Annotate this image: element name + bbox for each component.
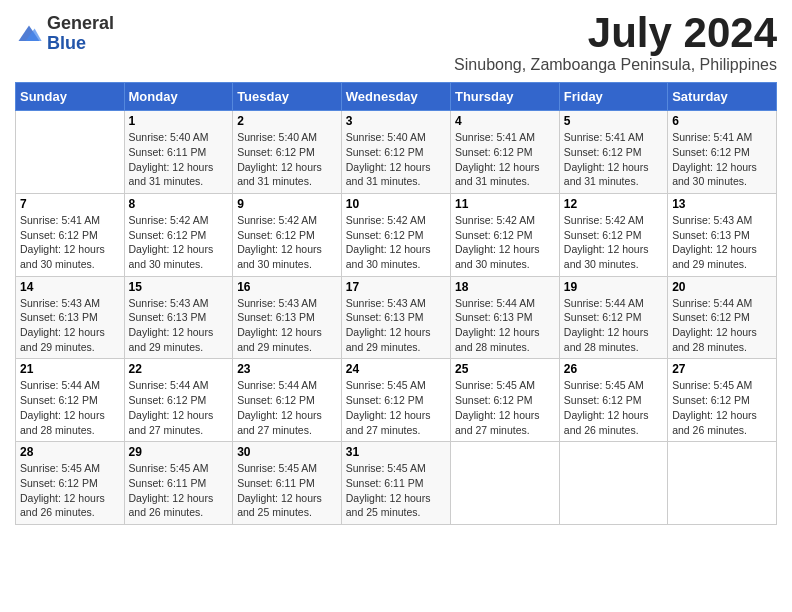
day-info: Sunrise: 5:45 AMSunset: 6:12 PMDaylight:… <box>20 461 120 520</box>
logo-general-text: General <box>47 14 114 34</box>
day-info: Sunrise: 5:40 AMSunset: 6:12 PMDaylight:… <box>237 130 337 189</box>
day-number: 15 <box>129 280 229 294</box>
day-info: Sunrise: 5:41 AMSunset: 6:12 PMDaylight:… <box>564 130 663 189</box>
day-info: Sunrise: 5:45 AMSunset: 6:12 PMDaylight:… <box>564 378 663 437</box>
day-info: Sunrise: 5:43 AMSunset: 6:13 PMDaylight:… <box>129 296 229 355</box>
logo: General Blue <box>15 14 114 54</box>
calendar-cell: 8Sunrise: 5:42 AMSunset: 6:12 PMDaylight… <box>124 193 233 276</box>
calendar-cell: 9Sunrise: 5:42 AMSunset: 6:12 PMDaylight… <box>233 193 342 276</box>
calendar-cell: 26Sunrise: 5:45 AMSunset: 6:12 PMDayligh… <box>559 359 667 442</box>
day-info: Sunrise: 5:44 AMSunset: 6:12 PMDaylight:… <box>20 378 120 437</box>
calendar-cell <box>450 442 559 525</box>
day-info: Sunrise: 5:42 AMSunset: 6:12 PMDaylight:… <box>129 213 229 272</box>
day-info: Sunrise: 5:44 AMSunset: 6:12 PMDaylight:… <box>672 296 772 355</box>
header-day-monday: Monday <box>124 83 233 111</box>
day-info: Sunrise: 5:42 AMSunset: 6:12 PMDaylight:… <box>455 213 555 272</box>
day-info: Sunrise: 5:43 AMSunset: 6:13 PMDaylight:… <box>20 296 120 355</box>
day-number: 29 <box>129 445 229 459</box>
day-info: Sunrise: 5:40 AMSunset: 6:11 PMDaylight:… <box>129 130 229 189</box>
calendar-cell: 10Sunrise: 5:42 AMSunset: 6:12 PMDayligh… <box>341 193 450 276</box>
logo-blue-text: Blue <box>47 34 114 54</box>
calendar-cell: 1Sunrise: 5:40 AMSunset: 6:11 PMDaylight… <box>124 111 233 194</box>
calendar-cell: 7Sunrise: 5:41 AMSunset: 6:12 PMDaylight… <box>16 193 125 276</box>
day-number: 13 <box>672 197 772 211</box>
day-info: Sunrise: 5:44 AMSunset: 6:12 PMDaylight:… <box>564 296 663 355</box>
calendar-cell: 2Sunrise: 5:40 AMSunset: 6:12 PMDaylight… <box>233 111 342 194</box>
header-day-sunday: Sunday <box>16 83 125 111</box>
calendar-cell: 5Sunrise: 5:41 AMSunset: 6:12 PMDaylight… <box>559 111 667 194</box>
header-day-wednesday: Wednesday <box>341 83 450 111</box>
day-number: 17 <box>346 280 446 294</box>
day-number: 14 <box>20 280 120 294</box>
day-number: 23 <box>237 362 337 376</box>
day-number: 16 <box>237 280 337 294</box>
calendar-week-row: 7Sunrise: 5:41 AMSunset: 6:12 PMDaylight… <box>16 193 777 276</box>
month-title: July 2024 <box>454 10 777 56</box>
day-number: 18 <box>455 280 555 294</box>
day-number: 24 <box>346 362 446 376</box>
day-number: 27 <box>672 362 772 376</box>
day-info: Sunrise: 5:45 AMSunset: 6:12 PMDaylight:… <box>346 378 446 437</box>
day-number: 4 <box>455 114 555 128</box>
location-title: Sinubong, Zamboanga Peninsula, Philippin… <box>454 56 777 74</box>
day-info: Sunrise: 5:42 AMSunset: 6:12 PMDaylight:… <box>564 213 663 272</box>
day-info: Sunrise: 5:45 AMSunset: 6:11 PMDaylight:… <box>346 461 446 520</box>
day-number: 30 <box>237 445 337 459</box>
calendar-cell: 4Sunrise: 5:41 AMSunset: 6:12 PMDaylight… <box>450 111 559 194</box>
calendar-cell <box>16 111 125 194</box>
calendar-cell: 31Sunrise: 5:45 AMSunset: 6:11 PMDayligh… <box>341 442 450 525</box>
day-info: Sunrise: 5:43 AMSunset: 6:13 PMDaylight:… <box>237 296 337 355</box>
day-number: 21 <box>20 362 120 376</box>
day-info: Sunrise: 5:42 AMSunset: 6:12 PMDaylight:… <box>237 213 337 272</box>
calendar-cell: 19Sunrise: 5:44 AMSunset: 6:12 PMDayligh… <box>559 276 667 359</box>
calendar-cell: 14Sunrise: 5:43 AMSunset: 6:13 PMDayligh… <box>16 276 125 359</box>
day-info: Sunrise: 5:45 AMSunset: 6:11 PMDaylight:… <box>237 461 337 520</box>
calendar-cell: 27Sunrise: 5:45 AMSunset: 6:12 PMDayligh… <box>668 359 777 442</box>
calendar-week-row: 1Sunrise: 5:40 AMSunset: 6:11 PMDaylight… <box>16 111 777 194</box>
calendar-cell: 25Sunrise: 5:45 AMSunset: 6:12 PMDayligh… <box>450 359 559 442</box>
day-number: 12 <box>564 197 663 211</box>
day-number: 8 <box>129 197 229 211</box>
day-info: Sunrise: 5:44 AMSunset: 6:12 PMDaylight:… <box>237 378 337 437</box>
day-number: 5 <box>564 114 663 128</box>
header-day-thursday: Thursday <box>450 83 559 111</box>
calendar-cell: 6Sunrise: 5:41 AMSunset: 6:12 PMDaylight… <box>668 111 777 194</box>
calendar-cell <box>668 442 777 525</box>
day-number: 6 <box>672 114 772 128</box>
day-number: 10 <box>346 197 446 211</box>
calendar-cell: 16Sunrise: 5:43 AMSunset: 6:13 PMDayligh… <box>233 276 342 359</box>
day-info: Sunrise: 5:44 AMSunset: 6:12 PMDaylight:… <box>129 378 229 437</box>
calendar-week-row: 21Sunrise: 5:44 AMSunset: 6:12 PMDayligh… <box>16 359 777 442</box>
calendar-cell: 23Sunrise: 5:44 AMSunset: 6:12 PMDayligh… <box>233 359 342 442</box>
calendar-week-row: 14Sunrise: 5:43 AMSunset: 6:13 PMDayligh… <box>16 276 777 359</box>
day-number: 11 <box>455 197 555 211</box>
page-header: General Blue July 2024 Sinubong, Zamboan… <box>15 10 777 74</box>
calendar-cell: 20Sunrise: 5:44 AMSunset: 6:12 PMDayligh… <box>668 276 777 359</box>
calendar-cell: 3Sunrise: 5:40 AMSunset: 6:12 PMDaylight… <box>341 111 450 194</box>
calendar-cell: 24Sunrise: 5:45 AMSunset: 6:12 PMDayligh… <box>341 359 450 442</box>
header-day-saturday: Saturday <box>668 83 777 111</box>
day-info: Sunrise: 5:45 AMSunset: 6:11 PMDaylight:… <box>129 461 229 520</box>
day-number: 26 <box>564 362 663 376</box>
day-number: 1 <box>129 114 229 128</box>
logo-icon <box>15 20 43 48</box>
day-info: Sunrise: 5:43 AMSunset: 6:13 PMDaylight:… <box>672 213 772 272</box>
day-info: Sunrise: 5:43 AMSunset: 6:13 PMDaylight:… <box>346 296 446 355</box>
calendar-cell: 15Sunrise: 5:43 AMSunset: 6:13 PMDayligh… <box>124 276 233 359</box>
day-info: Sunrise: 5:45 AMSunset: 6:12 PMDaylight:… <box>455 378 555 437</box>
day-number: 20 <box>672 280 772 294</box>
day-number: 3 <box>346 114 446 128</box>
day-number: 2 <box>237 114 337 128</box>
title-block: July 2024 Sinubong, Zamboanga Peninsula,… <box>454 10 777 74</box>
day-info: Sunrise: 5:41 AMSunset: 6:12 PMDaylight:… <box>455 130 555 189</box>
day-info: Sunrise: 5:42 AMSunset: 6:12 PMDaylight:… <box>346 213 446 272</box>
calendar-cell: 13Sunrise: 5:43 AMSunset: 6:13 PMDayligh… <box>668 193 777 276</box>
calendar-cell: 17Sunrise: 5:43 AMSunset: 6:13 PMDayligh… <box>341 276 450 359</box>
day-number: 31 <box>346 445 446 459</box>
day-info: Sunrise: 5:41 AMSunset: 6:12 PMDaylight:… <box>20 213 120 272</box>
calendar-table: SundayMondayTuesdayWednesdayThursdayFrid… <box>15 82 777 525</box>
calendar-cell: 30Sunrise: 5:45 AMSunset: 6:11 PMDayligh… <box>233 442 342 525</box>
header-day-tuesday: Tuesday <box>233 83 342 111</box>
calendar-cell: 18Sunrise: 5:44 AMSunset: 6:13 PMDayligh… <box>450 276 559 359</box>
calendar-cell <box>559 442 667 525</box>
